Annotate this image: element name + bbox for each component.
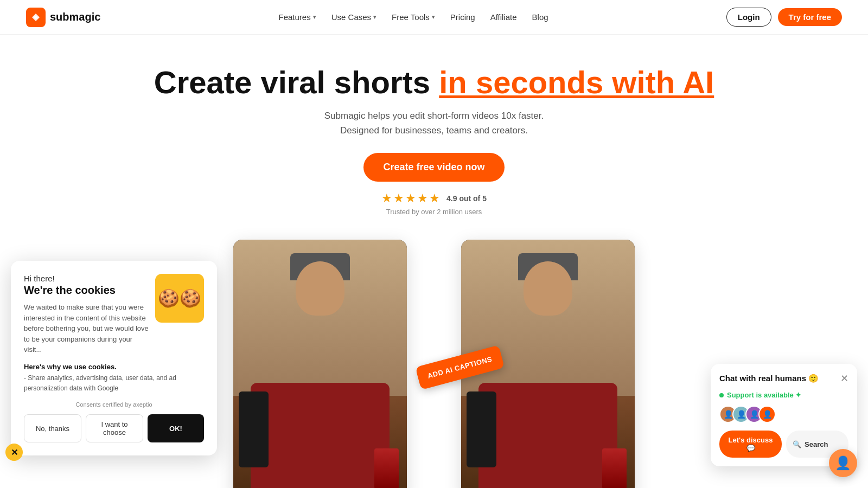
login-button[interactable]: Login [726, 8, 771, 27]
chat-bubble-avatar[interactable]: 👤 [829, 449, 857, 477]
hero-subtitle: Submagic helps you edit short-form video… [11, 108, 857, 138]
cookie-no-button[interactable]: No, thanks [24, 414, 81, 442]
cookie-close-button[interactable]: ✕ [5, 444, 23, 461]
logo[interactable]: submagic [26, 8, 100, 27]
cookie-why-items: - Share analytics, advertising data, use… [24, 373, 204, 394]
chat-avatars: 👤 👤 👤 👤 [719, 406, 848, 423]
nav-pricing[interactable]: Pricing [444, 9, 482, 25]
support-status-text: Support is available ✦ [727, 391, 801, 399]
shirt-decoration [251, 383, 390, 488]
chat-agent-avatar-4: 👤 [758, 406, 776, 423]
nav-features[interactable]: Features ▾ [272, 9, 323, 25]
hero-title-part1: Create viral shorts [154, 65, 439, 100]
chat-status: Support is available ✦ [719, 391, 848, 399]
chevron-down-icon: ▾ [373, 14, 376, 21]
cookie-description: We waited to make sure that you were int… [24, 302, 149, 355]
product-can-decoration [374, 448, 399, 488]
search-icon: 🔍 [793, 440, 801, 448]
cookie-actions: No, thanks I want to choose OK! [24, 414, 204, 442]
hero-title-part2: in seconds with AI [439, 65, 714, 100]
chevron-down-icon: ▾ [313, 14, 316, 21]
nav-free-tools[interactable]: Free Tools ▾ [385, 9, 442, 25]
chat-close-button[interactable]: ✕ [840, 373, 848, 384]
navbar: submagic Features ▾ Use Cases ▾ Free Too… [0, 0, 868, 35]
chat-header: Chat with real humans 🙂 ✕ [719, 373, 848, 384]
trusted-text: Trusted by over 2 million users [386, 208, 482, 216]
status-dot-icon [719, 393, 724, 397]
create-free-video-button[interactable]: Create free video now [363, 153, 504, 182]
svg-point-0 [34, 16, 37, 19]
try-for-free-button[interactable]: Try for free [778, 8, 842, 26]
cookie-banner: Hi there! We're the cookies We waited to… [11, 261, 217, 455]
video-person-left [233, 240, 407, 488]
nav-links: Features ▾ Use Cases ▾ Free Tools ▾ Pric… [272, 9, 555, 25]
cookie-why-title: Here's why we use cookies. [24, 363, 204, 371]
rating-value: 4.9 out of 5 [446, 194, 487, 203]
hero-section: Create viral shorts in seconds with AI S… [0, 35, 868, 229]
microphone-decoration [239, 391, 269, 467]
chat-title: Chat with real humans 🙂 [719, 374, 819, 383]
cookie-choose-button[interactable]: I want to choose [86, 414, 143, 442]
head-decoration [524, 261, 572, 316]
cookie-certified: Consents certified by axeptio [24, 401, 204, 408]
cookie-illustration: 🍪🍪 [155, 274, 204, 323]
nav-affiliate[interactable]: Affiliate [484, 9, 524, 25]
cookie-ok-button[interactable]: OK! [148, 414, 204, 442]
cookie-title: We're the cookies [24, 284, 149, 297]
head-decoration [296, 261, 344, 316]
product-can-decoration [602, 448, 627, 488]
cookie-greeting: Hi there! [24, 274, 149, 283]
nav-blog[interactable]: Blog [526, 9, 555, 25]
chat-action-buttons: Let's discuss 💬 🔍 Search [719, 431, 848, 458]
microphone-decoration [467, 391, 496, 467]
chevron-down-icon: ▾ [432, 14, 435, 21]
nav-use-cases[interactable]: Use Cases ▾ [325, 9, 383, 25]
logo-text: submagic [50, 11, 100, 23]
hero-title: Create viral shorts in seconds with AI [11, 65, 857, 100]
logo-icon [26, 8, 46, 27]
hero-rating: ★★★★★ 4.9 out of 5 Trusted by over 2 mil… [11, 191, 857, 216]
chat-discuss-button[interactable]: Let's discuss 💬 [719, 431, 782, 458]
shirt-decoration [478, 383, 617, 488]
video-card-before [233, 240, 407, 488]
star-rating: ★★★★★ [381, 191, 441, 206]
nav-actions: Login Try for free [726, 8, 842, 27]
